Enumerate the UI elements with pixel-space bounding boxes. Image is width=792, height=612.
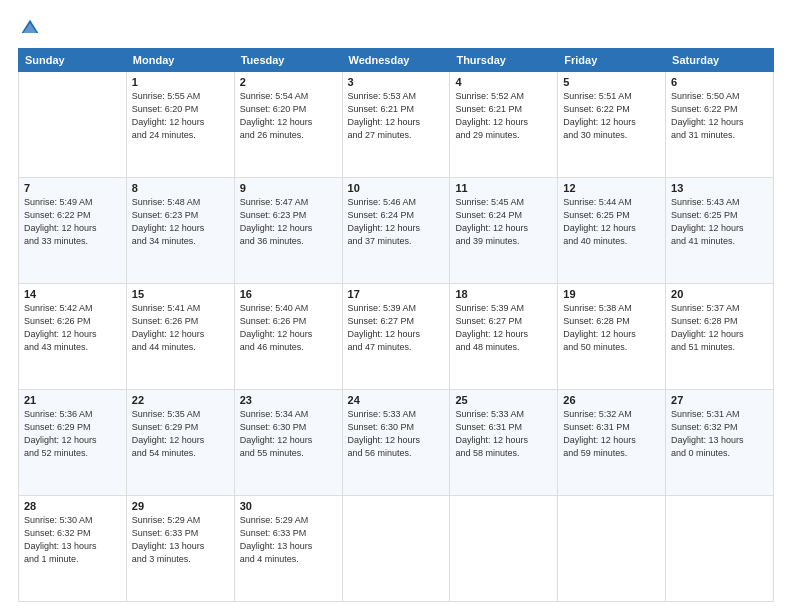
calendar-cell: 11Sunrise: 5:45 AM Sunset: 6:24 PM Dayli… <box>450 178 558 284</box>
day-info: Sunrise: 5:48 AM Sunset: 6:23 PM Dayligh… <box>132 196 229 248</box>
week-row-5: 28Sunrise: 5:30 AM Sunset: 6:32 PM Dayli… <box>19 496 774 602</box>
day-number: 25 <box>455 394 552 406</box>
day-info: Sunrise: 5:31 AM Sunset: 6:32 PM Dayligh… <box>671 408 768 460</box>
day-info: Sunrise: 5:54 AM Sunset: 6:20 PM Dayligh… <box>240 90 337 142</box>
day-number: 1 <box>132 76 229 88</box>
day-info: Sunrise: 5:49 AM Sunset: 6:22 PM Dayligh… <box>24 196 121 248</box>
day-number: 6 <box>671 76 768 88</box>
calendar-cell <box>19 72 127 178</box>
day-number: 14 <box>24 288 121 300</box>
day-number: 30 <box>240 500 337 512</box>
calendar-cell: 6Sunrise: 5:50 AM Sunset: 6:22 PM Daylig… <box>666 72 774 178</box>
col-header-monday: Monday <box>126 49 234 72</box>
col-header-friday: Friday <box>558 49 666 72</box>
day-info: Sunrise: 5:35 AM Sunset: 6:29 PM Dayligh… <box>132 408 229 460</box>
week-row-2: 7Sunrise: 5:49 AM Sunset: 6:22 PM Daylig… <box>19 178 774 284</box>
calendar-cell: 18Sunrise: 5:39 AM Sunset: 6:27 PM Dayli… <box>450 284 558 390</box>
day-number: 19 <box>563 288 660 300</box>
calendar-cell: 29Sunrise: 5:29 AM Sunset: 6:33 PM Dayli… <box>126 496 234 602</box>
day-info: Sunrise: 5:55 AM Sunset: 6:20 PM Dayligh… <box>132 90 229 142</box>
logo-icon <box>20 18 40 38</box>
week-row-4: 21Sunrise: 5:36 AM Sunset: 6:29 PM Dayli… <box>19 390 774 496</box>
day-info: Sunrise: 5:42 AM Sunset: 6:26 PM Dayligh… <box>24 302 121 354</box>
logo <box>18 18 44 38</box>
page: SundayMondayTuesdayWednesdayThursdayFrid… <box>0 0 792 612</box>
calendar-cell: 12Sunrise: 5:44 AM Sunset: 6:25 PM Dayli… <box>558 178 666 284</box>
day-info: Sunrise: 5:45 AM Sunset: 6:24 PM Dayligh… <box>455 196 552 248</box>
day-info: Sunrise: 5:39 AM Sunset: 6:27 PM Dayligh… <box>348 302 445 354</box>
day-number: 10 <box>348 182 445 194</box>
day-info: Sunrise: 5:51 AM Sunset: 6:22 PM Dayligh… <box>563 90 660 142</box>
col-header-tuesday: Tuesday <box>234 49 342 72</box>
calendar-cell: 27Sunrise: 5:31 AM Sunset: 6:32 PM Dayli… <box>666 390 774 496</box>
day-info: Sunrise: 5:43 AM Sunset: 6:25 PM Dayligh… <box>671 196 768 248</box>
calendar-cell: 13Sunrise: 5:43 AM Sunset: 6:25 PM Dayli… <box>666 178 774 284</box>
day-info: Sunrise: 5:29 AM Sunset: 6:33 PM Dayligh… <box>132 514 229 566</box>
day-info: Sunrise: 5:50 AM Sunset: 6:22 PM Dayligh… <box>671 90 768 142</box>
col-header-thursday: Thursday <box>450 49 558 72</box>
calendar-cell <box>342 496 450 602</box>
col-header-sunday: Sunday <box>19 49 127 72</box>
calendar-table: SundayMondayTuesdayWednesdayThursdayFrid… <box>18 48 774 602</box>
day-info: Sunrise: 5:53 AM Sunset: 6:21 PM Dayligh… <box>348 90 445 142</box>
day-number: 7 <box>24 182 121 194</box>
calendar-cell: 24Sunrise: 5:33 AM Sunset: 6:30 PM Dayli… <box>342 390 450 496</box>
calendar-cell: 14Sunrise: 5:42 AM Sunset: 6:26 PM Dayli… <box>19 284 127 390</box>
day-number: 27 <box>671 394 768 406</box>
calendar-cell: 19Sunrise: 5:38 AM Sunset: 6:28 PM Dayli… <box>558 284 666 390</box>
day-number: 21 <box>24 394 121 406</box>
calendar-cell: 2Sunrise: 5:54 AM Sunset: 6:20 PM Daylig… <box>234 72 342 178</box>
day-info: Sunrise: 5:32 AM Sunset: 6:31 PM Dayligh… <box>563 408 660 460</box>
calendar-cell <box>450 496 558 602</box>
calendar-cell: 17Sunrise: 5:39 AM Sunset: 6:27 PM Dayli… <box>342 284 450 390</box>
day-info: Sunrise: 5:44 AM Sunset: 6:25 PM Dayligh… <box>563 196 660 248</box>
calendar-cell: 10Sunrise: 5:46 AM Sunset: 6:24 PM Dayli… <box>342 178 450 284</box>
day-number: 13 <box>671 182 768 194</box>
calendar-cell: 28Sunrise: 5:30 AM Sunset: 6:32 PM Dayli… <box>19 496 127 602</box>
header <box>18 18 774 38</box>
calendar-cell: 16Sunrise: 5:40 AM Sunset: 6:26 PM Dayli… <box>234 284 342 390</box>
day-number: 20 <box>671 288 768 300</box>
day-number: 17 <box>348 288 445 300</box>
day-info: Sunrise: 5:29 AM Sunset: 6:33 PM Dayligh… <box>240 514 337 566</box>
week-row-3: 14Sunrise: 5:42 AM Sunset: 6:26 PM Dayli… <box>19 284 774 390</box>
col-header-saturday: Saturday <box>666 49 774 72</box>
calendar-cell: 20Sunrise: 5:37 AM Sunset: 6:28 PM Dayli… <box>666 284 774 390</box>
day-info: Sunrise: 5:34 AM Sunset: 6:30 PM Dayligh… <box>240 408 337 460</box>
day-number: 4 <box>455 76 552 88</box>
day-number: 5 <box>563 76 660 88</box>
day-info: Sunrise: 5:36 AM Sunset: 6:29 PM Dayligh… <box>24 408 121 460</box>
calendar-cell: 4Sunrise: 5:52 AM Sunset: 6:21 PM Daylig… <box>450 72 558 178</box>
calendar-cell <box>558 496 666 602</box>
calendar-cell: 3Sunrise: 5:53 AM Sunset: 6:21 PM Daylig… <box>342 72 450 178</box>
calendar-cell: 9Sunrise: 5:47 AM Sunset: 6:23 PM Daylig… <box>234 178 342 284</box>
calendar-cell: 25Sunrise: 5:33 AM Sunset: 6:31 PM Dayli… <box>450 390 558 496</box>
day-info: Sunrise: 5:41 AM Sunset: 6:26 PM Dayligh… <box>132 302 229 354</box>
day-number: 24 <box>348 394 445 406</box>
day-info: Sunrise: 5:52 AM Sunset: 6:21 PM Dayligh… <box>455 90 552 142</box>
calendar-cell: 5Sunrise: 5:51 AM Sunset: 6:22 PM Daylig… <box>558 72 666 178</box>
day-number: 22 <box>132 394 229 406</box>
calendar-cell: 21Sunrise: 5:36 AM Sunset: 6:29 PM Dayli… <box>19 390 127 496</box>
calendar-header-row: SundayMondayTuesdayWednesdayThursdayFrid… <box>19 49 774 72</box>
calendar-cell: 8Sunrise: 5:48 AM Sunset: 6:23 PM Daylig… <box>126 178 234 284</box>
day-number: 3 <box>348 76 445 88</box>
day-number: 29 <box>132 500 229 512</box>
day-number: 28 <box>24 500 121 512</box>
day-info: Sunrise: 5:38 AM Sunset: 6:28 PM Dayligh… <box>563 302 660 354</box>
day-info: Sunrise: 5:46 AM Sunset: 6:24 PM Dayligh… <box>348 196 445 248</box>
day-info: Sunrise: 5:33 AM Sunset: 6:31 PM Dayligh… <box>455 408 552 460</box>
calendar-cell: 26Sunrise: 5:32 AM Sunset: 6:31 PM Dayli… <box>558 390 666 496</box>
day-info: Sunrise: 5:39 AM Sunset: 6:27 PM Dayligh… <box>455 302 552 354</box>
day-info: Sunrise: 5:33 AM Sunset: 6:30 PM Dayligh… <box>348 408 445 460</box>
day-number: 12 <box>563 182 660 194</box>
day-info: Sunrise: 5:47 AM Sunset: 6:23 PM Dayligh… <box>240 196 337 248</box>
day-number: 26 <box>563 394 660 406</box>
day-number: 18 <box>455 288 552 300</box>
day-number: 15 <box>132 288 229 300</box>
day-info: Sunrise: 5:40 AM Sunset: 6:26 PM Dayligh… <box>240 302 337 354</box>
calendar-cell: 22Sunrise: 5:35 AM Sunset: 6:29 PM Dayli… <box>126 390 234 496</box>
day-number: 23 <box>240 394 337 406</box>
col-header-wednesday: Wednesday <box>342 49 450 72</box>
day-number: 2 <box>240 76 337 88</box>
